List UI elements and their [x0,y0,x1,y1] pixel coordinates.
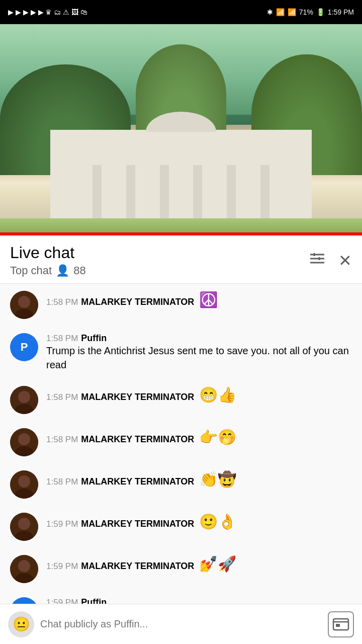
message-author: MALARKEY TERMINATOR [81,519,194,529]
message-content: 1:58 PM MALARKEY TERMINATOR 😁👍 [46,386,352,404]
avatar [10,513,38,541]
bluetooth-icon: ✱ [267,8,273,16]
message-emojis: 😁👍 [199,386,236,404]
top-chat-label[interactable]: Top chat [10,264,52,277]
message-emojis: ☮️ [199,291,218,308]
message-emojis: 🙂👌 [199,513,236,530]
filter-button[interactable] [308,250,326,271]
avatar [10,470,38,499]
svg-point-21 [18,560,30,572]
message-time: 1:58 PM [46,334,78,344]
message-content: 1:58 PM MALARKEY TERMINATOR 👏🤠 [46,470,352,488]
close-button[interactable]: ✕ [338,251,352,270]
video-player[interactable] [0,24,362,235]
message-emojis: 👉🤭 [199,428,236,446]
avatar [10,386,38,414]
message-emojis: 💅🚀 [199,555,236,573]
svg-point-12 [18,433,30,445]
status-bar-notifications: ▶ ▶ ▶ ▶ ▶ ♛ 🗂 ⚠ 🖼 🛍 [8,8,87,16]
message-content: 1:59 PM MALARKEY TERMINATOR 🙂👌 [46,513,352,530]
signal-icon: 📶 [288,8,296,16]
message-time: 1:58 PM [46,392,78,403]
svg-point-9 [18,391,30,403]
message-author: MALARKEY TERMINATOR [81,476,194,487]
avatar: P [10,333,38,361]
chat-header: Live chat Top chat 👤 88 ✕ [0,235,362,284]
message-content: 1:59 PM MALARKEY TERMINATOR 💅🚀 [46,555,352,573]
battery-percent: 71% [299,8,313,16]
message-time: 1:58 PM [46,477,78,487]
message-time: 1:58 PM [46,435,78,445]
message-author: MALARKEY TERMINATOR [81,392,194,403]
battery-icon: 🔋 [316,8,325,16]
viewer-count: 88 [73,264,85,277]
message-emojis: 👏🤠 [199,470,236,488]
message-content: 1:58 PM Puffin Trump is the Antichrist J… [46,333,352,372]
chat-title: Live chat [10,244,86,262]
svg-rect-23 [333,619,348,630]
message-content: 1:58 PM MALARKEY TERMINATOR 👉🤭 [46,428,352,446]
table-row: P 1:58 PM Puffin Trump is the Antichrist… [0,326,362,379]
svg-rect-25 [336,624,340,627]
avatar [10,291,38,319]
message-author: MALARKEY TERMINATOR [81,434,194,445]
message-time: 1:58 PM [46,297,78,307]
message-author: MALARKEY TERMINATOR [81,561,194,572]
table-row: 1:59 PM MALARKEY TERMINATOR 💅🚀 [0,548,362,590]
chat-messages-list: 1:58 PM MALARKEY TERMINATOR ☮️ P 1:58 PM… [0,284,362,644]
message-time: 1:59 PM [46,519,78,529]
avatar [10,555,38,583]
people-icon: 👤 [56,264,69,277]
message-time: 1:59 PM [46,561,78,572]
notification-icons: ▶ ▶ ▶ ▶ ▶ ♛ 🗂 ⚠ 🖼 🛍 [8,8,87,16]
chat-input[interactable] [40,611,322,637]
wifi-icon: 📶 [276,8,285,16]
table-row: 1:58 PM MALARKEY TERMINATOR ☮️ [0,284,362,326]
table-row: 1:58 PM MALARKEY TERMINATOR 👏🤠 [0,463,362,506]
message-content: 1:58 PM MALARKEY TERMINATOR ☮️ [46,291,352,308]
emoji-icon: 😐 [13,616,30,632]
message-text: Trump is the Antichrist Jesus sent me to… [46,344,352,372]
table-row: 1:58 PM MALARKEY TERMINATOR 😁👍 [0,379,362,421]
time-display: 1:59 PM [328,8,354,16]
avatar [10,428,38,456]
svg-point-15 [18,475,30,488]
chat-input-bar: 😐 [0,604,362,644]
table-row: 1:58 PM MALARKEY TERMINATOR 👉🤭 [0,421,362,463]
table-row: 1:59 PM MALARKEY TERMINATOR 🙂👌 [0,506,362,548]
video-progress-bar[interactable] [0,232,362,235]
message-author: MALARKEY TERMINATOR [81,297,194,307]
svg-point-6 [18,296,30,308]
status-bar: ▶ ▶ ▶ ▶ ▶ ♛ 🗂 ⚠ 🖼 🛍 ✱ 📶 📶 71% 🔋 1:59 PM [0,0,362,24]
super-chat-button[interactable] [328,611,354,637]
emoji-button[interactable]: 😐 [8,611,34,637]
message-author: Puffin [81,333,107,344]
status-bar-system: ✱ 📶 📶 71% 🔋 1:59 PM [267,8,354,16]
svg-point-18 [18,518,30,530]
